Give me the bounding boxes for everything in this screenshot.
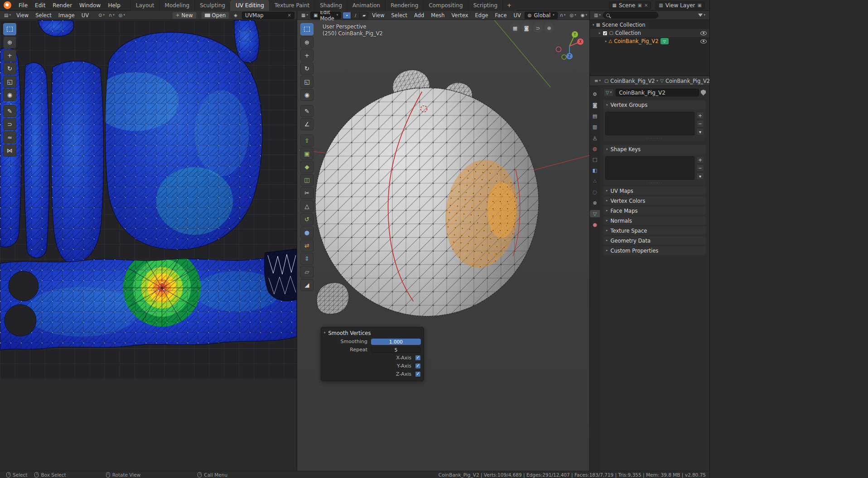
tool-move[interactable]: + (3, 49, 16, 62)
mesh-data-name-field[interactable]: CoinBank_Pig_V2 (616, 89, 699, 96)
open-image-button[interactable]: Open (201, 12, 230, 19)
tool-bevel[interactable]: ◆ (300, 161, 313, 173)
menu-edit[interactable]: Edit (31, 0, 49, 11)
smooth-panel-header[interactable]: ▾ Smooth Vertices (324, 329, 421, 337)
uv-canvas-area[interactable]: ⊕ + ↻ ◱ ◉ ✎ ⊃ ≈ ⋈ (0, 20, 297, 471)
x-axis-checkbox[interactable] (415, 355, 421, 361)
z-axis-checkbox[interactable] (415, 371, 421, 377)
tool-scale[interactable]: ◱ (300, 76, 313, 88)
shape-keys-list[interactable] (605, 156, 694, 180)
uv-menu-uv[interactable]: UV (78, 11, 92, 20)
mode-dropdown[interactable]: ▣ Edit Mode ▾ (310, 12, 341, 19)
orientation-gizmo[interactable]: Y X Z (554, 28, 586, 60)
scene-selector[interactable]: ▦ Scene ▣ × (609, 1, 651, 10)
vp-menu-add[interactable]: Add (411, 11, 427, 20)
panel-header-face-maps[interactable]: ▸ Face Maps (603, 206, 706, 215)
tool-annotate[interactable]: ✎ (3, 105, 16, 117)
menu-render[interactable]: Render (49, 0, 76, 11)
tab-output[interactable]: ▤ (590, 112, 599, 120)
tool-scale[interactable]: ◱ (3, 76, 16, 88)
workspace-tab-layout[interactable]: Layout (130, 0, 159, 11)
workspace-tab-compositing[interactable]: Compositing (423, 0, 468, 11)
panel-header-custom-properties[interactable]: ▸ Custom Properties (603, 246, 706, 255)
new-image-button[interactable]: + New (172, 12, 196, 19)
breadcrumb-data[interactable]: CoinBank_Pig_V2 (665, 78, 710, 84)
tool-transform[interactable]: ◉ (300, 89, 313, 101)
panel-header-normals[interactable]: ▸ Normals (603, 216, 706, 225)
snap-toggle[interactable]: ∩ ▾ (107, 11, 116, 19)
tool-cursor[interactable]: ⊕ (300, 36, 313, 48)
unlink-uvmap-icon[interactable]: × (288, 13, 291, 18)
tab-scene[interactable]: ◬ (590, 134, 599, 141)
unlink-scene-icon[interactable]: × (644, 3, 648, 8)
workspace-tab-rendering[interactable]: Rendering (385, 0, 423, 11)
fake-user-shield-icon[interactable] (701, 90, 706, 96)
expander-icon[interactable]: ▸ (605, 40, 607, 43)
tool-pinch[interactable]: ⋈ (3, 144, 16, 157)
panel-header-vertex-groups[interactable]: ▾ Vertex Groups (603, 100, 706, 110)
workspace-tab-scripting[interactable]: Scripting (468, 0, 502, 11)
workspace-tab-animation[interactable]: Animation (347, 0, 385, 11)
editor-type-button[interactable]: ≡ ▾ (593, 77, 603, 85)
tab-view-layer[interactable]: ▥ (590, 123, 599, 130)
smoothing-slider[interactable]: 1.000 (371, 339, 421, 345)
vp-menu-vertex[interactable]: Vertex (448, 11, 472, 20)
breadcrumb-object[interactable]: CoinBank_Pig_V2 (610, 78, 655, 84)
uv-menu-select[interactable]: Select (32, 11, 54, 20)
tool-measure[interactable]: ∠ (300, 118, 313, 130)
snap-toggle[interactable]: ∩ ▾ (558, 11, 568, 19)
tool-extrude-region[interactable]: ⇧ (300, 134, 313, 147)
uv-menu-view[interactable]: View (13, 11, 32, 20)
viewport-canvas-area[interactable]: ⊕ + ↻ ◱ ◉ ✎ ∠ ⇧ ▣ ◆ ◫ ✂ △ ↺ ● ⇄ ⇕ ▱ ◢ (297, 20, 589, 471)
tool-smooth[interactable]: ● (300, 226, 313, 239)
repeat-field[interactable]: 5 (371, 347, 421, 353)
tool-knife[interactable]: ✂ (300, 187, 313, 199)
orientation-dropdown[interactable]: ◍ Global ▾ (525, 12, 558, 19)
overlays-dropdown[interactable]: ◉ ▾ (579, 11, 589, 19)
workspace-tab-uv-editing[interactable]: UV Editing (230, 0, 269, 11)
vp-menu-mesh[interactable]: Mesh (428, 11, 448, 20)
tool-spin[interactable]: ↺ (300, 213, 313, 225)
uv-menu-image[interactable]: Image (55, 11, 78, 20)
edge-select-button[interactable]: ∕ (351, 12, 360, 19)
tab-tool[interactable]: ⚙ (590, 91, 599, 98)
remove-vertex-group-button[interactable]: − (696, 120, 704, 127)
outliner-search-input[interactable] (603, 12, 658, 19)
tab-physics[interactable]: ◌ (590, 188, 599, 196)
pin-icon[interactable]: ◈ (234, 13, 237, 18)
editor-type-button[interactable]: ▦ ▾ (299, 11, 310, 19)
vertex-select-button[interactable]: ∙ (342, 12, 351, 19)
camera-view-button[interactable]: ◙ (521, 23, 531, 33)
face-select-button[interactable]: ▰ (360, 12, 368, 19)
tool-shear[interactable]: ▱ (300, 266, 313, 278)
tool-edge-slide[interactable]: ⇄ (300, 239, 313, 252)
tool-inset-faces[interactable]: ▣ (300, 148, 313, 160)
hide-in-viewport-icon[interactable] (700, 39, 707, 43)
add-vertex-group-button[interactable]: + (696, 112, 704, 119)
add-shape-key-button[interactable]: + (696, 156, 704, 163)
workspace-tab-sculpting[interactable]: Sculpting (194, 0, 230, 11)
tab-particles[interactable]: ∴ (590, 177, 599, 185)
viewport-canvas[interactable] (297, 20, 589, 471)
list-resize-grip[interactable] (603, 136, 706, 141)
tool-relax[interactable]: ≈ (3, 131, 16, 143)
tool-annotate[interactable]: ✎ (300, 105, 313, 117)
proportional-editing-dropdown[interactable]: ◎ ▾ (117, 11, 127, 19)
tool-move[interactable]: + (300, 49, 313, 62)
menu-window[interactable]: Window (76, 0, 104, 11)
remove-shape-key-button[interactable]: − (696, 164, 704, 172)
tool-tweak-select[interactable] (3, 23, 16, 35)
panel-header-vertex-colors[interactable]: ▸ Vertex Colors (603, 196, 706, 205)
pig-foot[interactable] (317, 282, 349, 314)
blender-logo-icon[interactable] (4, 1, 11, 9)
vp-menu-uv[interactable]: UV (511, 11, 524, 20)
panel-header-shape-keys[interactable]: ▾ Shape Keys (603, 145, 706, 154)
vp-menu-face[interactable]: Face (492, 11, 510, 20)
edit-mode-data-badge[interactable]: ▽ (661, 38, 669, 44)
uvmap-field[interactable]: UVMap × (242, 12, 294, 19)
vertex-group-specials-button[interactable]: ▾ (696, 128, 704, 135)
workspace-tab-texture-paint[interactable]: Texture Paint (269, 0, 314, 11)
expander-icon[interactable]: ▸ (599, 32, 601, 35)
tool-poly-build[interactable]: △ (300, 200, 313, 212)
menu-help[interactable]: Help (104, 0, 124, 11)
